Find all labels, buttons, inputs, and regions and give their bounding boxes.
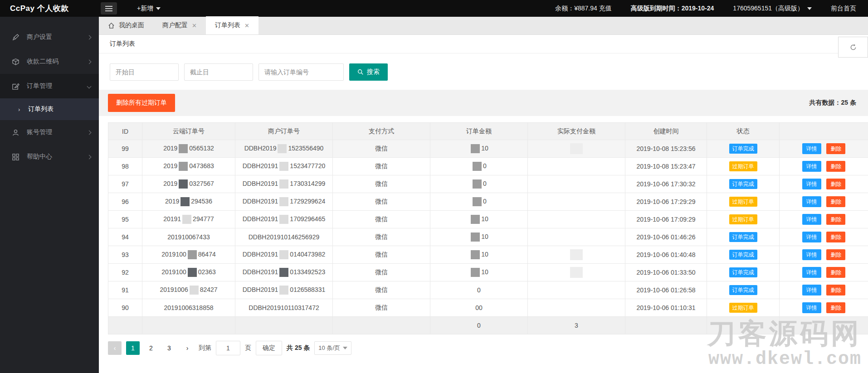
page-button-2[interactable]: 2 [144, 341, 158, 355]
sidebar-item-order-list-active[interactable]: › 订单列表 [0, 98, 99, 120]
cell-actions: 详情 删除 [780, 175, 868, 193]
delete-expired-button[interactable]: 删除所有过期订单 [108, 94, 175, 112]
collapse-menu-button[interactable] [101, 2, 117, 15]
cell-pay-method: 微信 [333, 211, 430, 228]
tab-merchant-config[interactable]: 商户配置 ✕ [153, 16, 206, 34]
cell-merchant-order: DDBH201911729299624 [235, 193, 333, 211]
cell-pay-method: 微信 [333, 264, 430, 281]
cell-id: 93 [108, 246, 142, 264]
cell-id: 95 [108, 211, 142, 228]
sidebar-item-label: 订单管理 [27, 82, 52, 90]
start-date-input[interactable] [110, 63, 179, 81]
delete-button[interactable]: 删除 [826, 302, 845, 313]
delete-button[interactable]: 删除 [826, 267, 845, 278]
censor-block [471, 233, 480, 242]
cell-cloud-order: 2019294536 [142, 193, 235, 211]
front-home-link[interactable]: 前台首页 [831, 5, 856, 13]
delete-button[interactable]: 删除 [826, 196, 845, 207]
pager-total-label: 共 25 条 [287, 344, 310, 352]
detail-button[interactable]: 详情 [802, 302, 821, 313]
cell-actions: 详情 删除 [780, 140, 868, 158]
next-page-button[interactable]: › [180, 341, 194, 355]
close-icon[interactable]: ✕ [244, 22, 249, 29]
delete-button[interactable]: 删除 [826, 179, 845, 189]
censor-block [570, 267, 583, 278]
expiry-text: 高级版到期时间：2019-10-24 [631, 5, 714, 13]
sidebar-item-label: 帮助中心 [27, 153, 52, 161]
censor-block [471, 268, 480, 277]
detail-button[interactable]: 详情 [802, 143, 821, 154]
detail-button[interactable]: 详情 [802, 196, 821, 207]
tab-order-list[interactable]: 订单列表 ✕ [206, 16, 258, 34]
page-button-1[interactable]: 1 [126, 341, 140, 355]
order-edit-icon [12, 82, 20, 90]
delete-button[interactable]: 删除 [826, 249, 845, 260]
recharge-link[interactable]: 充值 [599, 5, 612, 12]
delete-button[interactable]: 删除 [826, 214, 845, 225]
delete-button[interactable]: 删除 [826, 285, 845, 295]
censor-block [473, 162, 482, 171]
cell-id: 91 [108, 281, 142, 299]
detail-button[interactable]: 详情 [802, 249, 821, 260]
account-dropdown[interactable]: 17605965151（高级版） [733, 5, 812, 13]
per-page-select[interactable]: 10 条/页 [314, 341, 351, 355]
detail-button[interactable]: 详情 [802, 285, 821, 295]
search-button[interactable]: 搜索 [349, 63, 388, 81]
sidebar-item-account-management[interactable]: 账号管理 [0, 120, 99, 145]
censor-block [279, 286, 288, 295]
detail-button[interactable]: 详情 [802, 232, 821, 242]
confirm-button[interactable]: 确定 [256, 341, 282, 355]
sidebar-item-merchant-settings[interactable]: 商户设置 [0, 25, 99, 49]
sidebar-item-label: 账号管理 [27, 128, 52, 136]
detail-button[interactable]: 详情 [802, 267, 821, 278]
sidebar-item-order-management[interactable]: 订单管理 [0, 74, 99, 98]
censor-block [180, 197, 190, 206]
refresh-button[interactable] [838, 37, 868, 58]
cell-status: 订单完成 [707, 246, 780, 264]
page-button-3[interactable]: 3 [162, 341, 176, 355]
order-number-input[interactable] [258, 63, 344, 81]
prev-page-button[interactable]: ‹ [108, 341, 122, 355]
close-icon[interactable]: ✕ [192, 22, 197, 29]
goto-page-input[interactable] [216, 341, 240, 355]
table-row: 93 201910086474 DDBH201910140473982 微信 1… [108, 246, 868, 264]
add-new-dropdown[interactable]: +新增 [137, 5, 161, 13]
table-row: 96 2019294536 DDBH201911729299624 微信 0 2… [108, 193, 868, 211]
per-page-value: 10 条/页 [318, 344, 340, 352]
end-date-input[interactable] [184, 63, 253, 81]
col-header-amount: 订单金额 [430, 123, 528, 140]
delete-button[interactable]: 删除 [826, 143, 845, 154]
cell-actions: 详情 删除 [780, 158, 868, 175]
sidebar-subitem-label: 订单列表 [28, 105, 54, 113]
delete-button[interactable]: 删除 [826, 161, 845, 172]
detail-button[interactable]: 详情 [802, 179, 821, 189]
cell-paid-amount [528, 140, 625, 158]
cell-cloud-order: 20191294777 [142, 211, 235, 228]
censor-block [471, 215, 480, 224]
search-form: 搜索 [99, 53, 868, 90]
detail-button[interactable]: 详情 [802, 214, 821, 225]
detail-button[interactable]: 详情 [802, 161, 821, 172]
cell-amount: 10 [430, 140, 528, 158]
status-badge: 订单完成 [729, 179, 757, 189]
censor-block [179, 179, 188, 189]
delete-button[interactable]: 删除 [826, 232, 845, 242]
tab-label: 我的桌面 [119, 21, 144, 29]
censor-block [471, 250, 480, 259]
censor-block [279, 179, 288, 189]
cell-created-time: 2019-10-06 01:40:48 [625, 246, 707, 264]
balance-text: 余额：¥887.94 充值 [555, 5, 612, 13]
order-table-body: 99 20190565132 DDBH20191523556490 微信 10 … [108, 140, 868, 317]
cell-pay-method: 微信 [333, 246, 430, 264]
hamburger-icon [105, 6, 112, 7]
censor-block [570, 143, 583, 154]
table-row: 92 201910002363 DDBH201910133492523 微信 1… [108, 264, 868, 281]
cell-created-time: 2019-10-06 17:30:32 [625, 175, 707, 193]
sidebar-item-help-center[interactable]: 帮助中心 [0, 145, 99, 169]
topbar-right: 余额：¥887.94 充值 高级版到期时间：2019-10-24 1760596… [555, 5, 868, 13]
tab-my-desktop[interactable]: 我的桌面 [99, 16, 153, 34]
sidebar-item-qrcode[interactable]: 收款二维码 [0, 49, 99, 74]
censor-block [279, 250, 288, 259]
cell-cloud-order: 201910067433 [142, 228, 235, 246]
cell-actions: 详情 删除 [780, 228, 868, 246]
